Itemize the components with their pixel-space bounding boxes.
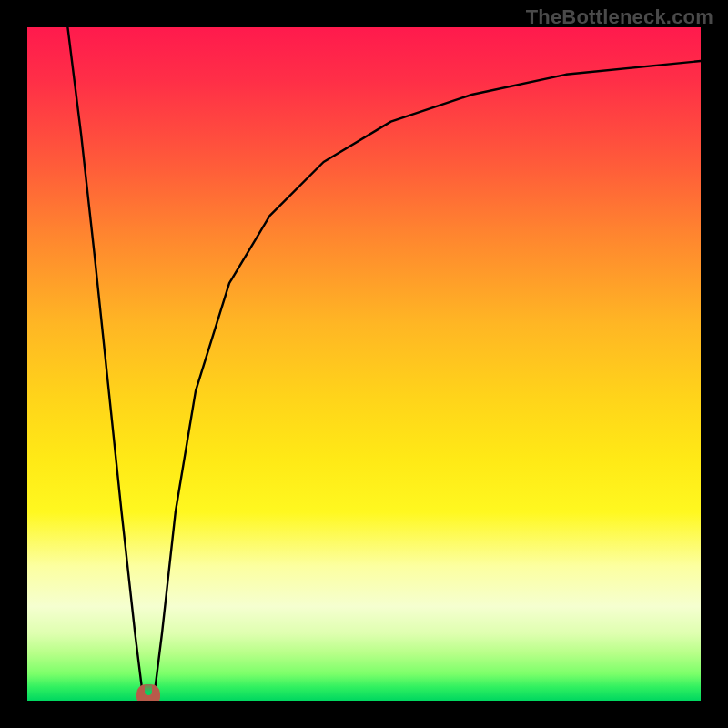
dip-marker xyxy=(136,684,160,701)
curve-right-branch xyxy=(156,61,701,687)
curve-left-branch xyxy=(67,27,141,687)
chart-frame: TheBottleneck.com xyxy=(0,0,728,728)
plot-area xyxy=(27,27,701,701)
watermark-text: TheBottleneck.com xyxy=(526,5,713,29)
curve-svg xyxy=(27,27,701,701)
